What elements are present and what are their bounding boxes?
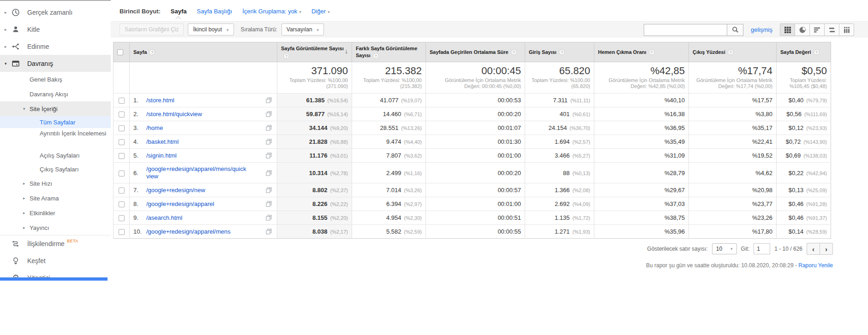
open-page-icon[interactable] [266, 170, 273, 176]
sidebar-item-realtime[interactable]: ▸ Gerçek zamanlı [0, 4, 111, 21]
open-page-icon[interactable] [266, 111, 273, 117]
col-header-entrances[interactable]: Giriş Sayısı? [525, 42, 594, 62]
open-page-icon[interactable] [266, 201, 273, 207]
help-icon[interactable]: ? [373, 53, 379, 59]
secondary-dimension-button[interactable]: İkincil boyut▾ [188, 24, 233, 35]
sidebar-item-publisher[interactable]: ▸ Yayıncı [0, 220, 111, 235]
row-checkbox[interactable] [119, 125, 125, 131]
page-link[interactable]: /store.html/quickview [146, 111, 202, 118]
row-checkbox[interactable] [119, 201, 125, 207]
unique-pageviews-cell: 5.582(%2,59) [352, 225, 426, 239]
sidebar-item-attribution[interactable]: İlişkilendirme BETA [0, 235, 111, 252]
sidebar-item-label: Genel Bakış [30, 76, 62, 83]
sidebar-item-behavior-overview[interactable]: Genel Bakış [0, 72, 111, 87]
row-checkbox[interactable] [119, 112, 125, 118]
sidebar-item-behavior[interactable]: ▾ Davranış [0, 55, 111, 72]
page-link[interactable]: /signin.html [146, 152, 177, 159]
dimension-tab-content-grouping[interactable]: İçerik Gruplama: yok▾ [242, 8, 301, 15]
next-page-button[interactable]: › [820, 243, 833, 255]
page-link[interactable]: /google+redesign/new [146, 187, 205, 194]
col-header-pageviews[interactable]: ↓Sayfa Görüntüleme Sayısı? [277, 42, 352, 62]
col-header-avg-time[interactable]: Sayfada Geçirilen Ortalama Süre? [426, 42, 525, 62]
sidebar-item-site-search[interactable]: ▸ Site Arama [0, 191, 111, 206]
help-icon[interactable]: ? [649, 49, 655, 55]
person-icon [11, 25, 20, 34]
pageviews-cell: 11.176(%3,01) [277, 149, 352, 163]
dimension-tab-other[interactable]: Diğer▾ [311, 8, 330, 15]
pageviews-cell: 8.155(%2,20) [277, 211, 352, 225]
sidebar-item-behavior-flow[interactable]: Davranış Akışı [0, 87, 111, 101]
avg-time-cell: 00:00:53 [426, 94, 525, 107]
help-icon[interactable]: ? [814, 49, 820, 55]
col-header-unique-pageviews[interactable]: Farklı Sayfa Görüntüleme Sayısı? [352, 42, 426, 62]
open-page-icon[interactable] [266, 125, 273, 131]
sidebar-item-site-content[interactable]: ▾ Site İçeriği [0, 101, 111, 116]
sidebar-item-exit-pages[interactable]: Çıkış Sayfaları [0, 162, 111, 176]
bounce-rate-cell: %35,49 [594, 135, 689, 149]
row-checkbox[interactable] [119, 98, 125, 104]
chevron-down-icon: ▾ [23, 106, 30, 111]
beta-badge: BETA [67, 239, 78, 243]
row-checkbox[interactable] [119, 153, 125, 159]
search-button[interactable] [727, 24, 743, 36]
search-input[interactable] [644, 24, 727, 36]
open-page-icon[interactable] [266, 229, 273, 235]
help-icon[interactable]: ? [149, 49, 155, 55]
sidebar-item-content-drilldown[interactable]: Ayrıntılı İçerik İncelemesi [0, 128, 111, 148]
help-icon[interactable]: ? [559, 49, 565, 55]
refresh-report-link[interactable]: Raporu Yenile [798, 262, 833, 269]
sidebar-item-audience[interactable]: ▸ Kitle [0, 21, 111, 38]
col-header-page-value[interactable]: Sayfa Değeri? [777, 42, 831, 62]
performance-view-button[interactable] [809, 24, 825, 36]
open-page-icon[interactable] [266, 187, 273, 193]
col-header-page[interactable]: Sayfa? [130, 42, 277, 62]
open-page-icon[interactable] [266, 139, 273, 145]
sidebar-item-landing-pages[interactable]: Açılış Sayfaları [0, 148, 111, 162]
open-page-icon[interactable] [266, 215, 273, 221]
comparison-view-button[interactable] [824, 24, 839, 36]
percentage-view-button[interactable] [795, 24, 810, 36]
open-page-icon[interactable] [266, 97, 273, 103]
sidebar-item-label: Site Hızı [30, 180, 52, 187]
page-link[interactable]: /google+redesign/apparel [146, 200, 214, 208]
dimension-tab-page[interactable]: Sayfa [171, 8, 187, 15]
view-toggle-group [780, 24, 854, 36]
dimension-tab-page-title[interactable]: Sayfa Başlığı [197, 8, 233, 15]
open-page-icon[interactable] [266, 153, 273, 159]
row-checkbox[interactable] [119, 215, 125, 221]
sidebar-item-acquisition[interactable]: ▸ Edinme [0, 38, 111, 55]
row-checkbox[interactable] [119, 188, 125, 194]
page-link[interactable]: /basket.html [146, 138, 179, 146]
help-icon[interactable]: ? [728, 49, 734, 55]
col-header-bounce-rate[interactable]: Hemen Çıkma Oranı? [594, 42, 689, 62]
sidebar-item-site-speed[interactable]: ▸ Site Hızı [0, 176, 111, 191]
sidebar-item-all-pages[interactable]: Tüm Sayfalar [0, 116, 111, 128]
page-link[interactable]: /store.html [146, 97, 174, 104]
sort-type-dropdown[interactable]: Varsayılan▾ [281, 24, 324, 35]
pivot-view-button[interactable] [839, 24, 854, 36]
sidebar-item-discover[interactable]: Keşfet [0, 252, 111, 269]
previous-page-button[interactable]: ‹ [807, 243, 820, 255]
help-icon[interactable]: ? [283, 53, 289, 59]
row-checkbox[interactable] [119, 229, 125, 235]
page-link[interactable]: /google+redesign/apparel/mens/quickview [146, 165, 247, 180]
advanced-search-link[interactable]: gelişmiş [751, 26, 772, 33]
page-link[interactable]: /asearch.html [146, 214, 182, 222]
summary-avg-time: 00:00:45Görüntüleme İçin Ortalama Metrik… [426, 62, 525, 94]
goto-page-input[interactable] [754, 243, 770, 254]
page-link[interactable]: /google+redesign/apparel/mens [146, 228, 231, 235]
row-index: 9. [133, 214, 146, 221]
col-header-exit-pct[interactable]: Çıkış Yüzdesi? [689, 42, 777, 62]
row-checkbox[interactable] [119, 139, 125, 145]
rows-per-page-select[interactable]: 10▾ [712, 243, 737, 254]
table-row: 6. /google+redesign/apparel/mens/quickvi… [114, 163, 831, 183]
help-icon[interactable]: ? [511, 49, 517, 55]
table-view-button[interactable] [780, 24, 795, 36]
row-checkbox[interactable] [119, 170, 125, 176]
select-all-cell[interactable] [114, 42, 130, 62]
bars-icon [814, 26, 821, 34]
select-all-checkbox[interactable] [117, 49, 123, 55]
chevron-right-icon: ▸ [5, 10, 11, 15]
page-link[interactable]: /home [146, 124, 163, 132]
sidebar-item-events[interactable]: ▸ Etkinlikler [0, 206, 111, 220]
